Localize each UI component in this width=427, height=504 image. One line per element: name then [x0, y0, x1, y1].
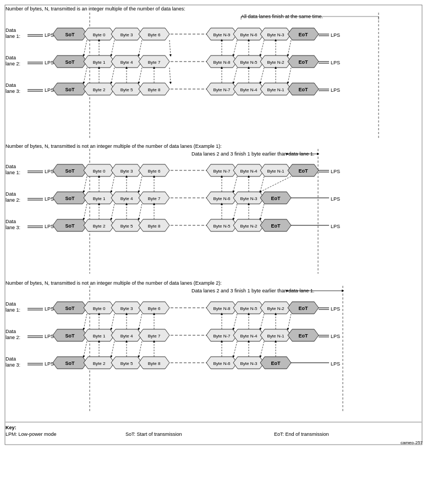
svg-text:Byte N-6: Byte N-6 [213, 361, 231, 366]
diagram-container: text { font-family: Arial, sans-serif; }… [4, 4, 423, 496]
svg-text:EoT: EoT [299, 333, 309, 339]
svg-line-270 [84, 314, 87, 329]
svg-text:LPS: LPS [331, 224, 340, 229]
svg-text:Byte 7: Byte 7 [148, 196, 161, 201]
svg-line-79 [111, 40, 114, 56]
svg-text:lane 2:: lane 2: [6, 335, 20, 340]
svg-text:Byte N-1: Byte N-1 [267, 169, 284, 174]
svg-text:EoT: EoT [299, 59, 309, 65]
key-label: Key: [6, 425, 17, 430]
svg-text:Byte 3: Byte 3 [121, 169, 133, 174]
svg-line-81 [169, 40, 171, 56]
svg-text:lane 3:: lane 3: [6, 362, 20, 368]
svg-text:lane 1:: lane 1: [6, 170, 20, 175]
svg-text:Data: Data [6, 164, 16, 169]
svg-line-84 [260, 40, 264, 56]
svg-text:Byte 6: Byte 6 [148, 32, 161, 37]
svg-text:Byte 3: Byte 3 [121, 306, 133, 311]
svg-line-174 [84, 176, 87, 192]
svg-text:Data: Data [6, 356, 16, 362]
svg-text:lane 2:: lane 2: [6, 197, 20, 203]
svg-text:Byte N-3: Byte N-3 [267, 32, 284, 37]
svg-text:Byte 5: Byte 5 [121, 87, 133, 92]
svg-text:lane 3:: lane 3: [6, 88, 20, 94]
svg-line-186 [111, 204, 114, 219]
svg-text:Byte 5: Byte 5 [121, 361, 133, 366]
svg-text:lane 3:: lane 3: [6, 225, 20, 230]
svg-text:Byte N-5: Byte N-5 [240, 60, 258, 65]
section2-title: Number of bytes, N, transmitted is not a… [6, 143, 222, 149]
svg-text:Byte 8: Byte 8 [148, 224, 161, 229]
svg-text:Byte 4: Byte 4 [121, 60, 133, 65]
svg-text:Byte 8: Byte 8 [148, 87, 161, 92]
svg-text:EoT: EoT [299, 306, 309, 311]
svg-text:Byte N-7: Byte N-7 [213, 334, 231, 339]
svg-line-284 [139, 341, 142, 357]
svg-text:Byte N-9: Byte N-9 [213, 32, 231, 37]
svg-text:EoT: EoT [299, 87, 309, 92]
svg-text:EoT: EoT [299, 32, 309, 37]
svg-text:Byte N-2: Byte N-2 [267, 306, 284, 311]
svg-text:Byte 0: Byte 0 [93, 169, 106, 174]
svg-line-180 [233, 176, 237, 192]
svg-text:LPS: LPS [45, 224, 54, 229]
svg-text:Byte N-3: Byte N-3 [240, 196, 258, 201]
svg-line-192 [260, 204, 264, 219]
svg-text:Byte N-2: Byte N-2 [267, 60, 284, 65]
svg-text:SoT: SoT [65, 32, 75, 37]
svg-text:Byte 6: Byte 6 [148, 169, 161, 174]
svg-line-182 [260, 176, 291, 192]
key-sot: SoT: Start of transmission [125, 431, 182, 437]
svg-line-92 [169, 68, 171, 83]
svg-text:Data: Data [6, 191, 16, 197]
svg-line-187 [139, 204, 142, 219]
svg-text:Byte 4: Byte 4 [121, 334, 133, 339]
svg-line-85 [288, 40, 291, 56]
svg-line-175 [111, 176, 114, 192]
svg-text:SoT: SoT [65, 196, 75, 201]
svg-text:Byte N-6: Byte N-6 [240, 32, 258, 37]
svg-text:Byte 1: Byte 1 [93, 196, 106, 201]
svg-text:Byte N-2: Byte N-2 [240, 224, 258, 229]
svg-text:Byte 3: Byte 3 [121, 32, 133, 37]
svg-text:LPS: LPS [331, 361, 340, 367]
svg-text:LPS: LPS [331, 306, 340, 312]
svg-text:Byte 8: Byte 8 [148, 361, 161, 366]
svg-text:Byte N-1: Byte N-1 [267, 87, 284, 92]
svg-text:Data: Data [6, 55, 16, 60]
svg-text:EoT: EoT [299, 168, 309, 174]
svg-line-89 [84, 68, 87, 83]
svg-text:LPS: LPS [45, 60, 54, 65]
svg-text:LPS: LPS [331, 169, 340, 174]
svg-text:SoT: SoT [65, 87, 75, 92]
svg-text:LPS: LPS [331, 334, 340, 339]
svg-line-90 [111, 68, 114, 83]
svg-text:EoT: EoT [271, 361, 281, 366]
svg-text:LPS: LPS [45, 87, 54, 93]
svg-text:Byte 1: Byte 1 [93, 334, 106, 339]
svg-line-96 [233, 68, 237, 83]
svg-text:Byte N-6: Byte N-6 [213, 196, 231, 201]
svg-text:Byte N-5: Byte N-5 [240, 306, 258, 311]
svg-text:Byte 0: Byte 0 [93, 32, 106, 37]
svg-text:Byte N-8: Byte N-8 [213, 60, 231, 65]
svg-text:LPS: LPS [331, 60, 340, 65]
svg-text:Data: Data [6, 301, 16, 307]
svg-text:LPS: LPS [45, 306, 54, 312]
svg-text:Byte 7: Byte 7 [148, 334, 161, 339]
svg-text:Byte N-7: Byte N-7 [213, 87, 231, 92]
svg-line-91 [139, 68, 142, 83]
svg-text:LPS: LPS [45, 361, 54, 367]
svg-text:EoT: EoT [271, 196, 281, 201]
svg-line-288 [233, 341, 237, 357]
svg-text:Byte N-4: Byte N-4 [240, 87, 258, 92]
svg-text:Byte 2: Byte 2 [93, 224, 106, 229]
svg-line-83 [233, 40, 237, 56]
svg-line-282 [84, 341, 87, 357]
svg-text:Byte 1: Byte 1 [93, 60, 106, 65]
svg-text:LPS: LPS [45, 334, 54, 339]
svg-text:Data: Data [6, 329, 16, 334]
svg-line-278 [288, 314, 291, 329]
svg-text:Data: Data [6, 82, 16, 88]
key-eot: EoT: End of transmission [274, 431, 329, 437]
